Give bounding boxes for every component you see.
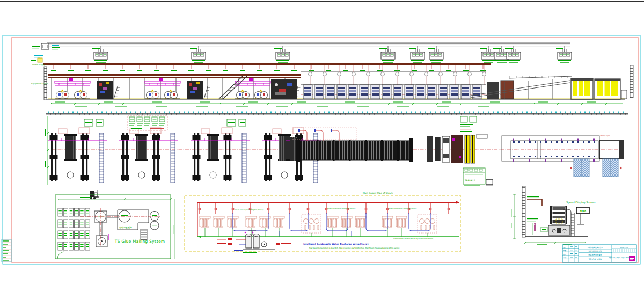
condensate-main-label: Condensate Water Main Pipe Lower Bracket xyxy=(393,238,434,240)
steam-consumption-label-1: Steam Consumption 300Kg/Ton (Winter) xyxy=(235,209,263,211)
steam-consumption-label-3: Steam Consumption 300Kg/Ton (Winter) xyxy=(389,208,416,209)
sheet-frame xyxy=(0,1,644,264)
revision-table xyxy=(2,239,11,262)
control-cabinets xyxy=(92,46,572,63)
speed-display-title: Speed Display Screen xyxy=(566,201,595,205)
titleblock-approval-0: 设计 xyxy=(564,246,567,249)
elevation-dimensions xyxy=(50,102,623,109)
conveyor-speed-label: 1600/52rpm xyxy=(600,135,610,137)
cad-drawing: TS Glue Making System Speed Display Scre… xyxy=(0,0,644,299)
titleblock-approval-2: 校对 xyxy=(563,253,567,256)
glue-machine-sublabel: 自动调胶系统 xyxy=(119,226,132,229)
titleblock-date: 2008-7-30 xyxy=(620,246,628,249)
titleblock-note: 本图样归本公司所有·未经许可不得复制 xyxy=(609,257,631,259)
titleblock-approval-3: 审核 xyxy=(564,257,567,259)
titleblock-company: 机械设备制造有限公司 xyxy=(588,246,603,249)
titleblock-drawing-title: 设备总平面布置图 xyxy=(588,254,602,256)
steam-consumption-label-2: Steam Consumption 300Kg/Ton (Winter) xyxy=(327,208,355,209)
steam-diagram-title: Main Supply Pipe of Steam xyxy=(363,192,393,194)
titleblock-code: TS.GA.VER xyxy=(588,258,602,261)
titleblock-model: WJ250/2200-350 xyxy=(588,250,602,252)
tick-rail xyxy=(46,112,628,115)
section-label-equipment-layout: Equipment Layout xyxy=(31,83,48,85)
cad-sheet: TS Glue Making System Speed Display Scre… xyxy=(0,0,644,299)
steam-footnote: Total Steam Consumption is about 3t/h, M… xyxy=(309,247,400,249)
speed-display-value: 1850 xyxy=(580,210,586,213)
section-label-steam-supply: Steam Supply xyxy=(32,64,45,66)
power-busbar xyxy=(32,42,570,49)
glue-making-system xyxy=(55,195,174,259)
glue-system-title: TS Glue Making System xyxy=(114,239,165,244)
elevation-view xyxy=(47,65,633,100)
plan-table-code: TRE0912 xyxy=(464,179,475,182)
intelligent-note: Intelligent Condensate Water Discharge s… xyxy=(303,243,369,245)
plan-view xyxy=(45,115,624,199)
titleblock-approval-1: 制图 xyxy=(564,250,567,252)
side-view xyxy=(511,186,589,245)
